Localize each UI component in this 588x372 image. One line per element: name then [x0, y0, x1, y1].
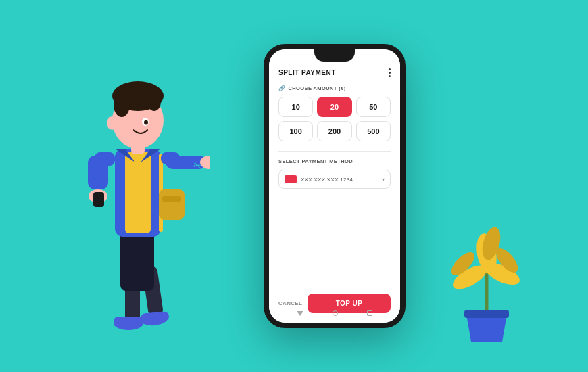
back-button-indicator[interactable]	[297, 311, 303, 316]
dot-1	[389, 68, 391, 70]
card-number: XXX XXX XXX 1234	[301, 177, 378, 183]
character-illustration: ✂	[61, 20, 210, 352]
phone-screen: SPLIT PAYMENT 🔗 CHOOSE AMOUNT (€) 10 20 …	[269, 49, 400, 323]
dot-3	[389, 75, 391, 77]
svg-marker-30	[466, 315, 507, 342]
card-color-indicator	[285, 175, 297, 183]
amount-grid: 10 20 50 100 200 500	[278, 97, 391, 141]
svg-rect-17	[93, 192, 104, 207]
screen-title: SPLIT PAYMENT	[278, 69, 336, 76]
phone-bottom-bar	[269, 310, 400, 316]
svg-point-27	[144, 120, 148, 125]
svg-rect-15	[88, 156, 108, 189]
svg-rect-13	[162, 196, 181, 202]
svg-rect-8	[125, 152, 151, 233]
svg-point-25	[147, 92, 161, 111]
amount-btn-20[interactable]: 20	[317, 97, 351, 117]
svg-rect-12	[159, 189, 185, 220]
recents-button-indicator[interactable]	[367, 310, 372, 316]
cancel-button[interactable]: CANCEL	[278, 300, 302, 306]
link-icon: 🔗	[278, 85, 285, 91]
choose-amount-label: 🔗 CHOOSE AMOUNT (€)	[278, 85, 391, 91]
phone-mockup: SPLIT PAYMENT 🔗 CHOOSE AMOUNT (€) 10 20 …	[264, 44, 406, 328]
amount-btn-10[interactable]: 10	[278, 97, 313, 117]
amount-btn-50[interactable]: 50	[356, 97, 391, 117]
amount-btn-200[interactable]: 200	[317, 121, 351, 141]
amount-btn-500[interactable]: 500	[356, 121, 391, 141]
svg-point-24	[114, 93, 130, 117]
phone-header: SPLIT PAYMENT	[278, 68, 391, 77]
svg-point-28	[107, 116, 118, 130]
more-menu-button[interactable]	[389, 68, 391, 77]
divider	[278, 151, 391, 152]
phone-notch	[314, 49, 355, 62]
plant-illustration	[449, 210, 524, 345]
amount-btn-100[interactable]: 100	[278, 121, 313, 141]
payment-method-label: SELECT PAYMENT METHOD	[278, 158, 391, 164]
dot-2	[389, 72, 391, 74]
chevron-down-icon: ▾	[382, 177, 385, 183]
svg-rect-3	[114, 317, 143, 326]
svg-rect-31	[464, 310, 509, 318]
phone-frame: SPLIT PAYMENT 🔗 CHOOSE AMOUNT (€) 10 20 …	[264, 44, 406, 328]
home-button-indicator[interactable]	[333, 310, 338, 316]
payment-method-dropdown[interactable]: XXX XXX XXX 1234 ▾	[278, 170, 391, 189]
